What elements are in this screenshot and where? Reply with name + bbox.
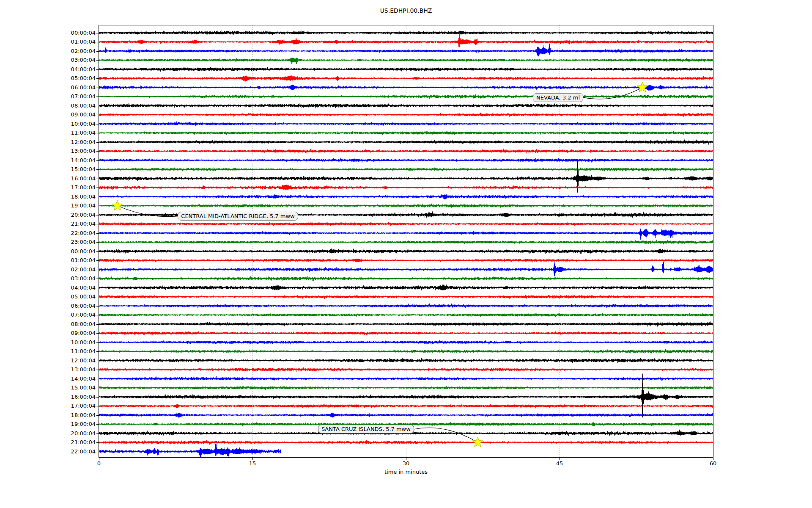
annotation-box-nevada: NEVADA, 3.2 ml — [533, 93, 583, 102]
y-tick-label: 12:00:04 — [0, 357, 96, 364]
y-tick-label: 13:00:04 — [0, 148, 96, 155]
y-tick-label: 06:00:04 — [0, 303, 96, 309]
seismogram-traces-canvas — [99, 25, 713, 457]
y-tick — [96, 251, 99, 252]
y-tick-label: 09:00:04 — [0, 330, 96, 337]
y-tick — [96, 452, 99, 452]
y-tick — [96, 297, 99, 297]
y-tick — [96, 361, 99, 361]
x-tick — [252, 458, 253, 460]
y-tick — [96, 60, 99, 61]
y-tick — [96, 179, 99, 179]
x-tick — [406, 458, 406, 460]
y-tick-label: 12:00:04 — [0, 139, 96, 146]
y-tick — [96, 242, 99, 243]
y-tick-label: 01:00:04 — [0, 39, 96, 45]
y-tick-label: 11:00:04 — [0, 348, 96, 355]
y-tick — [96, 315, 99, 315]
y-tick — [96, 415, 99, 416]
y-tick — [96, 351, 99, 352]
y-tick — [96, 69, 99, 70]
annotation-box-santa-cruz: SANTA CRUZ ISLANDS, 5.7 mww — [318, 425, 414, 433]
x-tick-label: 60 — [705, 460, 721, 467]
y-tick — [96, 124, 99, 124]
y-tick — [96, 33, 99, 33]
y-tick — [96, 88, 99, 88]
y-tick-label: 11:00:04 — [0, 130, 96, 136]
y-tick — [96, 97, 99, 97]
y-tick — [96, 406, 99, 406]
y-tick-label: 02:00:04 — [0, 48, 96, 55]
y-tick — [96, 115, 99, 115]
y-tick-label: 03:00:04 — [0, 57, 96, 64]
y-tick-label: 20:00:04 — [0, 430, 96, 437]
y-tick-label: 13:00:04 — [0, 366, 96, 373]
y-tick — [96, 151, 99, 152]
y-tick-label: 03:00:04 — [0, 275, 96, 282]
y-tick — [96, 333, 99, 334]
y-tick-label: 21:00:04 — [0, 221, 96, 227]
x-tick-label: 30 — [398, 460, 414, 467]
y-tick-label: 18:00:04 — [0, 412, 96, 419]
y-tick — [96, 442, 99, 443]
y-tick-label: 22:00:04 — [0, 230, 96, 237]
y-tick — [96, 78, 99, 79]
y-tick-label: 17:00:04 — [0, 403, 96, 409]
y-tick — [96, 42, 99, 42]
y-tick — [96, 51, 99, 52]
y-tick-label: 06:00:04 — [0, 84, 96, 91]
x-tick — [713, 458, 713, 460]
y-tick — [96, 169, 99, 170]
y-tick-label: 07:00:04 — [0, 312, 96, 318]
figure: US.EDHPI.00.BHZ 00:00:0401:00:0402:00:04… — [0, 0, 812, 508]
y-tick-label: 22:00:04 — [0, 448, 96, 455]
y-tick — [96, 270, 99, 270]
y-tick-label: 15:00:04 — [0, 166, 96, 173]
y-tick — [96, 224, 99, 224]
y-tick-label: 00:00:04 — [0, 30, 96, 36]
y-tick-label: 21:00:04 — [0, 439, 96, 446]
y-tick-label: 00:00:04 — [0, 248, 96, 255]
y-tick — [96, 433, 99, 434]
y-tick — [96, 306, 99, 306]
y-tick-label: 09:00:04 — [0, 111, 96, 118]
y-tick-label: 15:00:04 — [0, 384, 96, 391]
y-tick-label: 16:00:04 — [0, 394, 96, 400]
y-tick-label: 07:00:04 — [0, 93, 96, 100]
y-tick — [96, 142, 99, 143]
x-tick — [99, 458, 99, 460]
y-tick — [96, 288, 99, 288]
y-tick — [96, 233, 99, 234]
y-tick-label: 19:00:04 — [0, 421, 96, 428]
y-tick-label: 20:00:04 — [0, 212, 96, 218]
y-tick-label: 02:00:04 — [0, 266, 96, 273]
y-tick — [96, 397, 99, 398]
y-tick-label: 08:00:04 — [0, 321, 96, 328]
y-tick — [96, 206, 99, 206]
y-tick-label: 01:00:04 — [0, 257, 96, 264]
y-tick-label: 16:00:04 — [0, 175, 96, 182]
y-tick — [96, 370, 99, 370]
y-tick — [96, 260, 99, 261]
y-tick-label: 10:00:04 — [0, 339, 96, 346]
x-tick-label: 45 — [551, 460, 568, 467]
y-tick — [96, 388, 99, 388]
y-tick — [96, 424, 99, 425]
x-tick-label: 15 — [244, 460, 261, 467]
chart-title: US.EDHPI.00.BHZ — [99, 7, 713, 14]
y-tick — [96, 215, 99, 215]
y-tick — [96, 324, 99, 325]
x-tick-label: 0 — [91, 460, 107, 467]
y-tick-label: 04:00:04 — [0, 66, 96, 73]
y-tick-label: 17:00:04 — [0, 184, 96, 191]
y-tick-label: 18:00:04 — [0, 193, 96, 200]
y-tick — [96, 188, 99, 188]
y-tick — [96, 106, 99, 106]
y-tick — [96, 279, 99, 279]
y-tick-label: 05:00:04 — [0, 293, 96, 300]
y-tick-label: 10:00:04 — [0, 121, 96, 127]
y-tick-label: 14:00:04 — [0, 157, 96, 164]
annotation-box-central-mid-atlantic: CENTRAL MID-ATLANTIC RIDGE, 5.7 mww — [178, 212, 298, 221]
y-tick-label: 14:00:04 — [0, 375, 96, 382]
y-tick-label: 19:00:04 — [0, 202, 96, 209]
